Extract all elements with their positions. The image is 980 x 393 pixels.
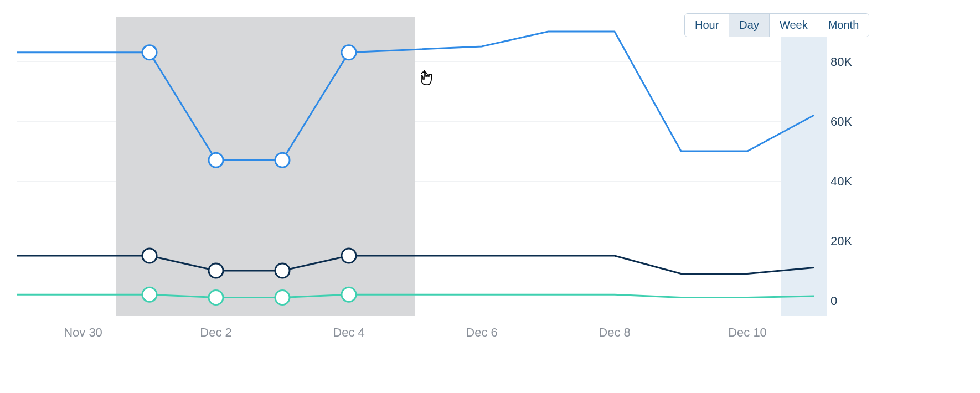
- x-axis-labels: Nov 30Dec 2Dec 4Dec 6Dec 8Dec 10: [17, 321, 814, 343]
- x-tick-label: Nov 30: [64, 325, 102, 340]
- x-tick-label: Dec 8: [599, 325, 630, 340]
- y-tick-label: 20K: [831, 234, 852, 249]
- granularity-month-button[interactable]: Month: [818, 14, 869, 37]
- chart-container: 020K40K60K80K Nov 30Dec 2Dec 4Dec 6Dec 8…: [0, 0, 980, 393]
- data-point[interactable]: [209, 263, 223, 278]
- granularity-hour-button[interactable]: Hour: [685, 14, 729, 37]
- series-secondary[interactable]: [17, 256, 814, 273]
- y-tick-label: 80K: [831, 55, 852, 69]
- data-point[interactable]: [342, 45, 356, 60]
- y-axis-labels: 020K40K60K80K: [831, 17, 875, 316]
- x-tick-label: Dec 2: [200, 325, 231, 340]
- granularity-week-button[interactable]: Week: [770, 14, 818, 37]
- time-granularity-toggle: Hour Day Week Month: [684, 13, 869, 37]
- x-tick-label: Dec 10: [728, 325, 767, 340]
- x-tick-label: Dec 4: [333, 325, 364, 340]
- y-tick-label: 0: [831, 294, 837, 308]
- x-tick-label: Dec 6: [466, 325, 497, 340]
- data-point[interactable]: [342, 249, 356, 263]
- granularity-day-button[interactable]: Day: [729, 14, 770, 37]
- data-point[interactable]: [142, 249, 157, 263]
- data-point[interactable]: [275, 291, 290, 305]
- data-point[interactable]: [342, 287, 356, 302]
- data-point[interactable]: [209, 291, 223, 305]
- data-point[interactable]: [142, 287, 157, 302]
- data-point[interactable]: [275, 153, 290, 167]
- data-point[interactable]: [275, 263, 290, 278]
- y-tick-label: 60K: [831, 115, 852, 129]
- chart-svg: [17, 17, 814, 316]
- series-primary[interactable]: [17, 32, 814, 160]
- data-point[interactable]: [209, 153, 223, 167]
- data-point[interactable]: [142, 45, 157, 60]
- line-chart[interactable]: [17, 17, 814, 316]
- y-tick-label: 40K: [831, 174, 852, 189]
- series-tertiary[interactable]: [17, 294, 814, 297]
